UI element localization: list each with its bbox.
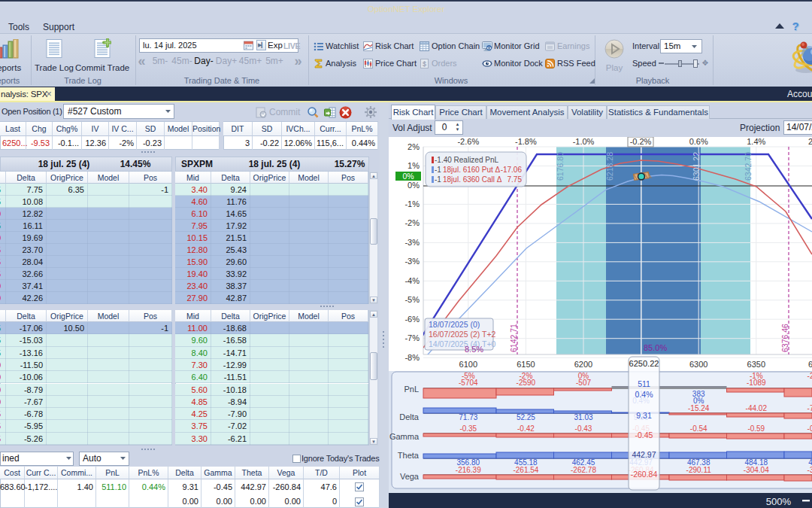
svg-text:6176.80: 6176.80 <box>556 152 565 181</box>
svg-text:-0.45: -0.45 <box>635 430 653 440</box>
svg-text:-0.2%: -0.2% <box>630 137 652 146</box>
svg-text:-261.54: -261.54 <box>513 466 538 474</box>
svg-text:16/07/2025 (2) T+2: 16/07/2025 (2) T+2 <box>429 330 496 339</box>
svg-text:14/07/2025 (4) T+0: 14/07/2025 (4) T+0 <box>429 339 496 348</box>
svg-text:18/07/2025 (0): 18/07/2025 (0) <box>429 320 480 329</box>
svg-text:Theta: Theta <box>398 451 420 460</box>
svg-text:6218.28: 6218.28 <box>605 152 614 181</box>
svg-text:-0.42: -0.42 <box>517 424 535 433</box>
svg-text:-2.6%: -2.6% <box>457 137 479 146</box>
svg-text:$: $ <box>423 60 426 68</box>
svg-text:-0: -0 <box>807 424 812 433</box>
svg-text:6342.70: 6342.70 <box>744 152 753 181</box>
svg-text:6200: 6200 <box>574 360 592 369</box>
svg-text:-1: -1 <box>435 166 441 174</box>
svg-text:2: 2 <box>808 137 812 146</box>
svg-text:-3: -3 <box>807 466 812 474</box>
svg-text:-304.04: -304.04 <box>744 466 769 474</box>
svg-text:-290.11: -290.11 <box>686 466 712 474</box>
svg-text:-7%: -7% <box>404 333 420 342</box>
svg-text:500%: 500% <box>766 496 792 507</box>
svg-text:2%: 2% <box>408 142 420 151</box>
svg-text:6142.71: 6142.71 <box>509 324 518 352</box>
svg-text:-1.40 Realized PnL: -1.40 Realized PnL <box>435 156 498 164</box>
svg-text:6250.22: 6250.22 <box>629 359 659 368</box>
svg-text:0.6%: 0.6% <box>689 137 708 146</box>
svg-text:0%: 0% <box>408 181 420 190</box>
svg-text:0%: 0% <box>402 172 414 181</box>
svg-text:8.5%: 8.5% <box>465 345 483 354</box>
svg-text:-262.78: -262.78 <box>571 466 596 474</box>
svg-text:PnL: PnL <box>404 385 419 394</box>
svg-text:-3%: -3% <box>404 238 420 247</box>
svg-text:-4%: -4% <box>404 276 420 285</box>
svg-text:0.4%: 0.4% <box>635 390 653 399</box>
svg-text:Delta: Delta <box>399 412 420 421</box>
svg-text:-507: -507 <box>576 379 591 387</box>
svg-text:-2: -2 <box>807 372 812 380</box>
svg-text:6376.46: 6376.46 <box>780 324 789 352</box>
svg-text:-8%: -8% <box>404 353 420 362</box>
svg-text:-0.43: -0.43 <box>575 424 592 433</box>
svg-text:-17.06: -17.06 <box>501 166 523 174</box>
svg-text:1%: 1% <box>408 161 420 170</box>
svg-text:-1.8%: -1.8% <box>515 137 537 146</box>
svg-text:-15.24: -15.24 <box>688 404 710 412</box>
svg-text:6100: 6100 <box>459 360 477 369</box>
svg-text:6150: 6150 <box>517 360 535 369</box>
svg-text:-1%: -1% <box>404 199 420 208</box>
svg-text:-6%: -6% <box>404 315 420 324</box>
svg-text:Vega: Vega <box>400 472 420 481</box>
svg-text:85.0%: 85.0% <box>644 343 667 352</box>
svg-text:31.03: 31.03 <box>574 413 592 421</box>
svg-text:-0.59: -0.59 <box>747 424 765 433</box>
svg-text:9.31: 9.31 <box>636 411 652 420</box>
svg-text:52.25: 52.25 <box>517 413 535 421</box>
svg-text:511: 511 <box>638 379 650 388</box>
svg-text:-1: -1 <box>435 175 441 184</box>
svg-text:6: 6 <box>808 360 812 369</box>
svg-text:-216.39: -216.39 <box>456 466 481 474</box>
svg-text:6350: 6350 <box>747 360 765 369</box>
svg-text:-5704: -5704 <box>459 379 478 387</box>
svg-text:-0.35: -0.35 <box>459 424 477 433</box>
svg-text:6300: 6300 <box>689 360 707 369</box>
svg-text:-3%: -3% <box>404 257 420 266</box>
svg-text:-5%: -5% <box>404 295 420 304</box>
svg-text:-7: -7 <box>807 404 812 412</box>
svg-text:-0.54: -0.54 <box>690 424 707 433</box>
svg-text:-1.0%: -1.0% <box>573 137 595 146</box>
svg-text:71.73: 71.73 <box>459 413 477 421</box>
svg-text:Gamma: Gamma <box>389 432 420 441</box>
svg-text:18jul. 6360 Call Δ: 18jul. 6360 Call Δ <box>443 175 502 184</box>
svg-text:1.4%: 1.4% <box>747 137 765 146</box>
svg-text:-2%: -2% <box>404 218 420 227</box>
svg-text:442.97: 442.97 <box>632 450 656 459</box>
svg-text:-2590: -2590 <box>517 379 536 387</box>
svg-text:18jul. 6160 Put Δ: 18jul. 6160 Put Δ <box>443 166 500 174</box>
svg-text:7.75: 7.75 <box>508 175 523 184</box>
svg-text:6301.22: 6301.22 <box>692 152 701 181</box>
svg-text:-44.02: -44.02 <box>746 404 768 412</box>
svg-text:-260.84: -260.84 <box>631 470 658 479</box>
svg-text:-1089: -1089 <box>747 379 766 387</box>
